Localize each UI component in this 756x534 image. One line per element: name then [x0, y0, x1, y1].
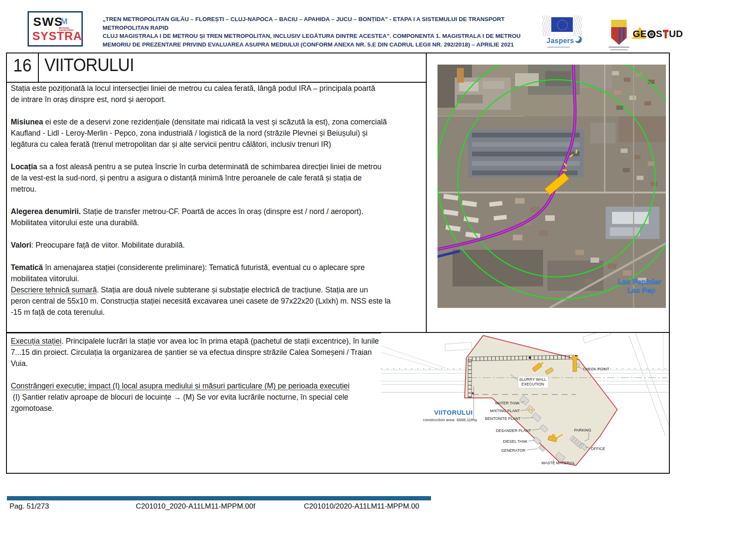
text-segment: Alegerea denumirii. [11, 207, 81, 216]
systra-label: SYSTRA [32, 30, 82, 43]
text-segment: Vuia. [11, 359, 28, 368]
geostud-text-ge: GE [633, 28, 647, 40]
text-segment: legătura cu calea ferată (trenul metropo… [11, 140, 331, 149]
text-segment: Valori [11, 241, 31, 249]
paragraph: Constrângeri execuție; impact (I) local … [11, 380, 418, 414]
eu-hatch-left [542, 16, 551, 36]
site-plan: SLURRY WALL EXECUTION WATER TANK MIXTING… [381, 333, 669, 470]
text-line: Kaufland - Lidl - Leroy-Merlin - Pepco, … [11, 127, 420, 139]
text-line: Alegerea denumirii. Stație de transfer m… [11, 206, 420, 217]
text-line: -15 m față de cota terenului. [11, 307, 420, 318]
paragraph: Execuția stației. Principalele lucrări l… [11, 335, 418, 369]
station-number: 16 [9, 55, 36, 76]
footer-bar [7, 496, 431, 500]
text-line: Misiunea ei este de a deservi zone rezid… [11, 116, 420, 127]
text-line: Execuția stației. Principalele lucrări l… [11, 335, 418, 347]
paragraph: Valori: Preocupare față de viitor. Mobil… [11, 239, 420, 251]
geostud-drill-icon [663, 29, 669, 39]
text-segment: peron central de 55x10 m. Construcția st… [11, 297, 390, 305]
footer-page-number: Pag. 51/273 [9, 502, 49, 511]
text-segment: Tematică [11, 263, 43, 272]
paragraph: Locația sa a fost aleasă pentru a se put… [11, 161, 420, 195]
sws-systra-logo: SWS M METRANS ENGINEERING SYSTRA [28, 11, 83, 47]
geostud-text-ud: UD [669, 28, 683, 40]
text-segment: 7...15 din proiect. Circulația la organi… [11, 348, 372, 357]
text-line: Valori: Preocupare față de viitor. Mobil… [11, 239, 420, 251]
text-segment: -15 m față de cota terenului. [11, 308, 105, 317]
geostud-wordmark: GESUD [633, 28, 683, 40]
metrans-m-icon: M [61, 17, 68, 26]
text-line: Stația este poziționată la locul interse… [11, 83, 420, 94]
mixing-drum-icon [531, 409, 533, 411]
text-line: Mobilitatea viitorului este una durabilă… [11, 217, 420, 228]
cluj-coat-of-arms [611, 20, 627, 45]
table-divider [426, 53, 427, 332]
station-description: Stația este poziționată la locul interse… [11, 83, 420, 329]
text-segment: metrou. [11, 185, 36, 193]
text-segment: Stație de transfer metrou-CF. Poartă de … [81, 207, 363, 216]
text-line: Tematică în amenajarea stației (consider… [11, 262, 420, 273]
plan-label-parking: PARKING [574, 428, 591, 432]
text-segment: . Stația are două nivele subterane și su… [97, 286, 368, 294]
text-segment: zgomotoase. [11, 404, 54, 413]
text-segment: Kaufland - Lidl - Leroy-Merlin - Pepco, … [11, 129, 368, 137]
mixing-drum-icon [528, 409, 530, 410]
paragraph: Alegerea denumirii. Stație de transfer m… [11, 206, 420, 228]
header-title-line-2: CLUJ MAGISTRALA I DE METROU ȘI TREN METR… [103, 32, 534, 40]
text-segment: mobilitatea viitorului. [11, 274, 79, 283]
paragraph: Misiunea ei este de a deservi zone rezid… [11, 116, 420, 150]
plan-label-waste-material: WASTE MATERIAL [541, 461, 575, 465]
text-line: legătura cu calea ferată (trenul metropo… [11, 139, 420, 150]
header-title: „TREN METROPOLITAN GILĂU – FLOREȘTI – CL… [103, 15, 534, 49]
plan-label-water-tank: WATER TANK [495, 401, 520, 405]
text-segment: ei este de a deservi zone rezidențiale (… [43, 118, 387, 126]
text-segment: (I) Șantier relativ aproape de blocuri d… [11, 393, 348, 401]
header-title-line-1: „TREN METROPOLITAN GILĂU – FLOREȘTI – CL… [103, 15, 534, 32]
text-line: Vuia. [11, 358, 418, 369]
text-line: (I) Șantier relativ aproape de blocuri d… [11, 391, 418, 403]
document-page: SWS M METRANS ENGINEERING SYSTRA „TREN M… [0, 0, 756, 534]
text-segment: . Principalele lucrări la stație vor ave… [62, 337, 379, 345]
text-line: peron central de 55x10 m. Construcția st… [11, 295, 420, 307]
slurry-wall-label-2: EXECUTION [522, 382, 544, 386]
text-segment: sa a fost aleasă pentru a se putea înscr… [37, 162, 381, 171]
plan-label-diesel-tank: DIESEL TANK [503, 439, 528, 444]
footer-doc-code-2: C201010/2020-A11LM11-MPPM.00 [304, 502, 419, 511]
text-segment: Misiunea [11, 118, 43, 126]
text-segment: de intrare în oraș dinspre est, nord și … [11, 95, 166, 104]
paragraph: Descriere tehnică sumară. Stația are dou… [11, 284, 420, 318]
plan-station-title: VIITORULUI [434, 409, 473, 416]
plan-label-desander-plant: DESANDER PLANT [496, 428, 531, 433]
plan-label-check-point: CHECK POINT [583, 367, 609, 371]
text-segment: Locația [11, 162, 37, 171]
text-segment: Mobilitatea viitorului este una durabilă… [11, 218, 139, 227]
text-line: metrou. [11, 183, 420, 195]
header-title-line-3: MEMORIU DE PREZENTARE PRIVIND EVALUAREA … [103, 40, 534, 49]
eu-hatch-right [573, 16, 582, 36]
satellite-map: Lac Pepinier Lac Pep [437, 65, 666, 308]
jaspers-subtext [547, 47, 570, 48]
slurry-wall-label-1: SLURRY WALL [519, 377, 547, 382]
text-line: Descriere tehnică sumară. Stația are dou… [11, 284, 420, 295]
lake-label-1: Lac Pepinier [618, 278, 661, 286]
eu-commission-jaspers-logo: Jaspers [542, 14, 585, 50]
text-segment: Descriere tehnică sumară [11, 286, 97, 294]
paragraph: Stația este poziționată la locul interse… [11, 83, 420, 105]
lake-label-2: Lac Pep [627, 286, 655, 295]
text-line: de intrare în oraș dinspre est, nord și … [11, 94, 420, 105]
footer-doc-code-1: C201010_2020-A11LM11-MPPM.00f [136, 502, 255, 511]
text-segment: Execuția stației [11, 337, 62, 345]
text-line: mobilitatea viitorului. [11, 273, 420, 284]
coat-of-arms-caption-1 [609, 47, 629, 48]
coat-of-arms-caption-2 [610, 49, 628, 50]
jaspers-label: Jaspers [547, 37, 574, 45]
eu-stars-icon [557, 20, 568, 30]
text-segment: în amenajarea stației (considerente prel… [43, 263, 365, 272]
plan-label-office: OFFICE [591, 447, 605, 451]
text-line: Locația sa a fost aleasă pentru a se put… [11, 161, 420, 172]
text-line: zgomotoase. [11, 403, 418, 414]
text-segment: Stația este poziționată la locul interse… [11, 84, 375, 93]
plan-area-label: construction area: 6588,11mq [423, 417, 477, 422]
text-segment: : Preocupare față de viitor. Mobilitate … [31, 241, 185, 249]
plan-label-generator: GENERATOR [501, 448, 526, 453]
